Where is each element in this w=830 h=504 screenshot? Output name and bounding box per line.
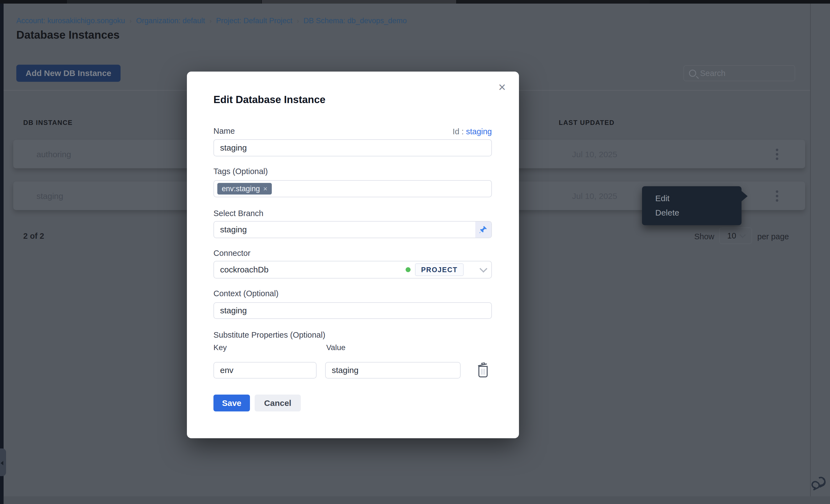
tags-label: Tags (Optional) [214,167,268,176]
search-input[interactable] [700,69,783,78]
db-instance-name: staging [36,192,63,201]
breadcrumb-separator-icon: › [297,17,299,25]
browser-tab[interactable] [67,0,261,4]
delete-row-trash-icon[interactable] [477,363,489,377]
context-input[interactable] [214,302,492,319]
breadcrumb-organization[interactable]: Organization: default [136,16,205,25]
page-size-select[interactable]: 10 [719,227,752,244]
db-instance-name: authoring [36,150,71,159]
id-link[interactable]: staging [466,127,492,136]
browser-tab-strip [0,0,830,4]
content-right-border [810,4,811,504]
last-updated-value: Jul 10, 2025 [572,192,617,201]
connector-value: cockroachDb [220,265,406,274]
row-context-menu: Edit Delete [642,186,741,225]
row-actions-kebab-icon[interactable] [771,145,783,163]
pin-branch-button[interactable] [475,222,491,238]
modal-close-icon[interactable]: × [496,81,508,93]
column-header-last-updated: LAST UPDATED [559,119,615,127]
key-label: Key [214,343,227,352]
page-title: Database Instances [16,29,120,41]
tags-input[interactable]: env:staging × [214,180,492,197]
context-menu-pointer [740,190,747,202]
name-input[interactable] [214,139,492,157]
page-size-value: 10 [727,231,736,240]
id-label: Id : [453,127,464,136]
modal-title: Edit Database Instance [214,94,325,106]
connector-status-dot [406,267,411,272]
context-menu-edit[interactable]: Edit [642,191,741,206]
show-label: Show [694,232,714,241]
substitute-key-input[interactable] [214,362,317,378]
context-label: Context (Optional) [214,289,279,298]
connector-scope-badge: PROJECT [415,263,464,276]
value-label: Value [326,343,346,352]
browser-tab-active[interactable] [262,0,456,4]
screen: Account: kurosakiichigo.songoku › Organi… [0,0,830,504]
search-icon [689,70,696,77]
row-count: 2 of 2 [23,232,44,241]
left-edge-rail [0,4,4,504]
per-page-label: per page [757,232,789,241]
breadcrumb-project[interactable]: Project: Default Project [216,16,292,25]
breadcrumb-schema[interactable]: DB Schema: db_devops_demo [304,16,407,25]
last-updated-value: Jul 10, 2025 [572,150,617,159]
add-db-instance-button[interactable]: Add New DB Instance [16,65,121,82]
substitute-properties-label: Substitute Properties (Optional) [214,331,325,340]
search-box [683,65,795,81]
context-menu-delete[interactable]: Delete [642,206,741,220]
branch-value: staging [214,222,475,238]
pushpin-icon [479,225,488,234]
connector-label: Connector [214,249,251,258]
row-actions-kebab-icon[interactable] [771,187,783,205]
breadcrumb-separator-icon: › [129,17,132,25]
column-header-db-instance: DB INSTANCE [23,119,73,127]
cancel-button[interactable]: Cancel [255,395,301,411]
tag-chip-text: env:staging [222,184,260,193]
chevron-down-icon [739,232,746,238]
connector-select[interactable]: cockroachDb PROJECT [214,261,492,278]
substitute-value-input[interactable] [325,362,460,378]
branch-select[interactable]: staging [214,221,492,238]
chevron-down-icon [479,265,487,272]
breadcrumb: Account: kurosakiichigo.songoku › Organi… [16,16,407,25]
branch-label: Select Branch [214,209,263,218]
browser-tab[interactable] [457,0,650,4]
breadcrumb-account[interactable]: Account: kurosakiichigo.songoku [16,16,125,25]
instance-id-line: Id : staging [214,127,492,136]
save-button[interactable]: Save [214,395,250,411]
chat-support-icon[interactable] [811,474,829,492]
collapse-arrow-icon [1,461,3,465]
browser-tab[interactable] [0,0,66,4]
window-bottom-edge [4,496,830,504]
tag-remove-icon[interactable]: × [263,184,267,193]
breadcrumb-separator-icon: › [209,17,212,25]
tag-chip: env:staging × [217,183,272,195]
browser-tab[interactable] [650,0,830,4]
